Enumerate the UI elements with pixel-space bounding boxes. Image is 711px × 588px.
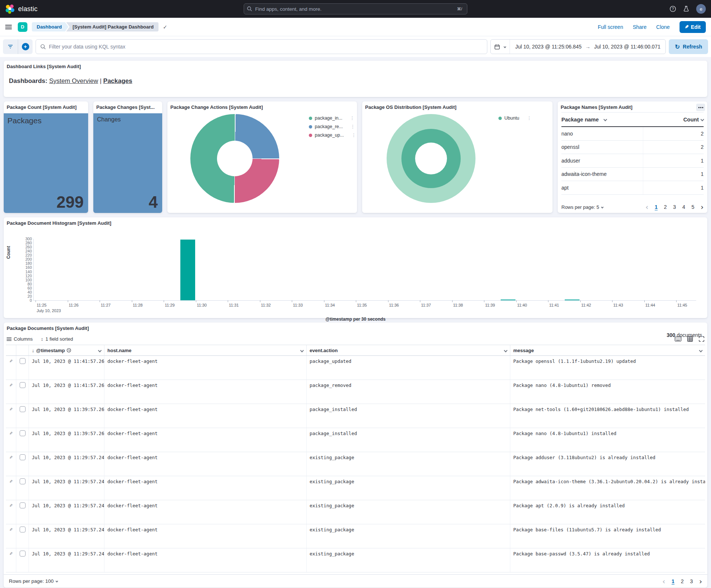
histogram-plot[interactable]: Count02040608010012014016018020022024026… <box>7 228 704 317</box>
full-screen-link[interactable]: Full screen <box>598 24 623 30</box>
legend-options-icon[interactable]: ⋮ <box>351 124 356 129</box>
pagination-page-3[interactable]: 3 <box>673 204 676 210</box>
link-separator: | <box>100 77 101 84</box>
help-icon[interactable]: ? <box>670 6 676 12</box>
timestamp-cell: Jul 10, 2023 @ 11:29:57.246 <box>29 452 104 476</box>
histogram-bar[interactable] <box>180 240 195 300</box>
legend-options-icon[interactable]: ⋮ <box>350 116 355 121</box>
package-changes-metric[interactable]: Changes 4 <box>93 113 162 213</box>
expand-row-icon[interactable]: ✎ <box>10 358 13 380</box>
pagination-prev-icon[interactable]: ‹ <box>645 204 648 210</box>
dashboard-app-badge[interactable]: D <box>18 22 27 32</box>
document-count: 300 documents <box>667 332 702 338</box>
expand-row-icon[interactable]: ✎ <box>10 551 13 572</box>
expand-row-icon[interactable]: ✎ <box>10 430 13 452</box>
link-system-overview[interactable]: System Overview <box>49 77 98 84</box>
row-checkbox[interactable] <box>20 551 26 557</box>
histogram-bar[interactable] <box>565 300 580 300</box>
table-row[interactable]: adduser1 <box>561 154 704 168</box>
event-action-cell: package_installed <box>307 404 510 428</box>
elastic-brand[interactable]: elastic <box>5 4 37 14</box>
pagination-page-1[interactable]: 1 <box>672 578 675 584</box>
pagination-page-4[interactable]: 4 <box>682 204 685 210</box>
refresh-icon: ↻ <box>675 43 680 50</box>
package-count-metric[interactable]: Packages 299 <box>4 113 88 213</box>
pagination-next-icon[interactable]: › <box>701 204 704 210</box>
filter-icon[interactable] <box>3 39 18 54</box>
rows-per-page-select[interactable]: Rows per page: 5 <box>561 204 603 210</box>
pagination-page-2[interactable]: 2 <box>681 578 684 584</box>
histogram-bar[interactable] <box>501 300 515 300</box>
row-checkbox[interactable] <box>20 358 26 364</box>
names-pagination: ‹12345› <box>645 204 704 210</box>
column-header-event-action[interactable]: event.action <box>307 345 510 355</box>
expand-row-icon[interactable]: ✎ <box>10 382 13 404</box>
legend-options-icon[interactable]: ⋮ <box>352 133 357 138</box>
expand-row-icon[interactable]: ✎ <box>10 454 13 476</box>
table-row[interactable]: openssl2 <box>561 141 704 154</box>
row-checkbox[interactable] <box>20 382 26 388</box>
edit-button[interactable]: ✎ Edit <box>680 21 706 33</box>
column-header-host-name[interactable]: host.name <box>104 345 307 355</box>
sort-icon: ↕ <box>41 336 43 342</box>
pagination-prev-icon[interactable]: ‹ <box>662 579 665 584</box>
arrow-right-icon: → <box>585 44 590 50</box>
row-checkbox[interactable] <box>20 406 26 412</box>
row-checkbox[interactable] <box>20 502 26 508</box>
expand-row-icon[interactable]: ✎ <box>10 502 13 524</box>
kql-search-input[interactable]: Filter your data using KQL syntax <box>36 39 487 54</box>
expand-row-icon[interactable]: ✎ <box>10 406 13 428</box>
user-avatar[interactable]: e <box>696 4 706 14</box>
table-row: ✎Jul 10, 2023 @ 11:39:57.261docker-fleet… <box>6 428 705 452</box>
clone-link[interactable]: Clone <box>656 24 670 30</box>
pagination-page-2[interactable]: 2 <box>664 204 667 210</box>
panel-title: Dashboard Links [System Audit] <box>4 61 707 71</box>
legend-color-dot <box>309 117 312 120</box>
row-checkbox[interactable] <box>20 478 26 484</box>
legend-item[interactable]: package_re...⋮ <box>309 124 357 129</box>
table-row[interactable]: apt1 <box>561 181 704 195</box>
panel-options-icon[interactable] <box>696 104 705 111</box>
column-header-message[interactable]: message <box>510 345 705 355</box>
legend-item[interactable]: package_in...⋮ <box>309 116 357 121</box>
date-end[interactable]: Jul 10, 2023 @ 11:46:00.071 <box>594 44 660 50</box>
legend-item[interactable]: package_up...⋮ <box>309 133 357 138</box>
row-checkbox[interactable] <box>20 454 26 460</box>
pagination-page-5[interactable]: 5 <box>691 204 694 210</box>
date-start[interactable]: Jul 10, 2023 @ 11:25:06.845 <box>515 44 581 50</box>
table-row[interactable]: nano2 <box>561 127 704 141</box>
documents-pagination: ‹123› <box>662 578 702 584</box>
global-search-input[interactable]: Find apps, content, and more. ⌘/ <box>244 3 467 14</box>
rows-per-page-select[interactable]: Rows per page: 100 <box>9 578 58 584</box>
header-select-column <box>16 345 29 355</box>
column-header-timestamp[interactable]: ↓ @timestamp <box>29 345 104 355</box>
sort-fields-button[interactable]: ↕ 1 field sorted <box>41 336 73 342</box>
table-row[interactable]: adwaita-icon-theme1 <box>561 168 704 181</box>
pagination-page-3[interactable]: 3 <box>690 578 693 584</box>
header-edit-column <box>6 345 16 355</box>
legend-options-icon[interactable]: ⋮ <box>527 116 532 121</box>
link-packages[interactable]: Packages <box>103 77 132 84</box>
pagination-page-1[interactable]: 1 <box>655 204 658 210</box>
pagination-next-icon[interactable]: › <box>699 579 702 584</box>
share-link[interactable]: Share <box>633 24 647 30</box>
message-cell: Package adwaita-icon-theme (3.36.1-2ubun… <box>510 476 705 500</box>
event-action-cell: existing_package <box>307 524 510 548</box>
row-checkbox[interactable] <box>20 527 26 532</box>
row-checkbox[interactable] <box>20 430 26 436</box>
add-filter-button[interactable]: + <box>18 39 33 54</box>
chevron-down-icon <box>504 45 506 48</box>
refresh-button[interactable]: ↻ Refresh <box>669 39 708 54</box>
column-header-count[interactable]: Count <box>643 117 704 123</box>
column-header-package-name[interactable]: Package name <box>561 117 643 123</box>
svg-text:?: ? <box>672 7 674 11</box>
breadcrumb-dashboard[interactable]: Dashboard <box>32 22 69 31</box>
expand-row-icon[interactable]: ✎ <box>10 478 13 500</box>
menu-hamburger-icon[interactable] <box>5 25 12 29</box>
alerts-flask-icon[interactable] <box>683 6 690 12</box>
legend-item[interactable]: Ubuntu⋮ <box>498 116 532 121</box>
columns-button[interactable]: Columns <box>7 336 33 342</box>
calendar-button[interactable] <box>491 40 510 54</box>
table-row: ✎Jul 10, 2023 @ 11:29:57.246docker-fleet… <box>6 452 705 476</box>
expand-row-icon[interactable]: ✎ <box>10 527 13 548</box>
